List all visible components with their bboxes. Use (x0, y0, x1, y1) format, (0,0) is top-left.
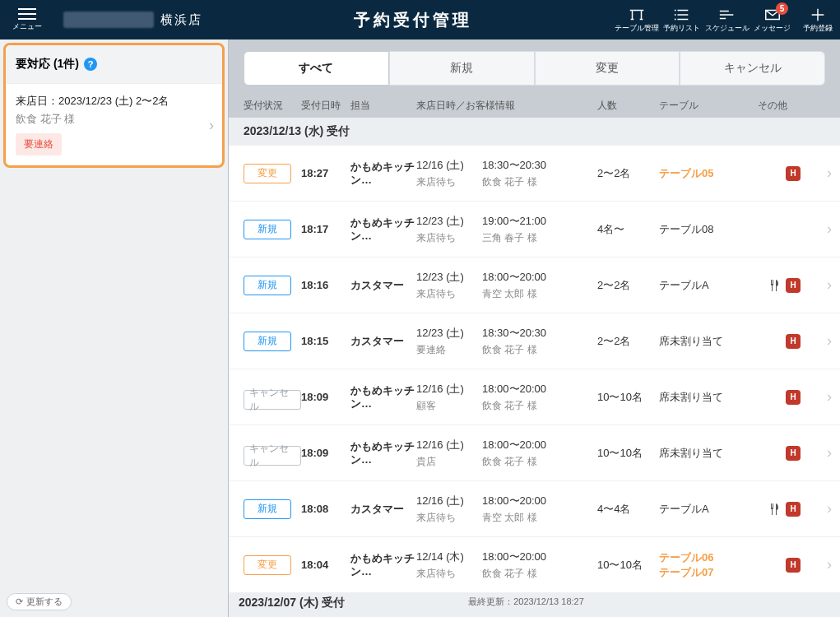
tab-new[interactable]: 新規 (389, 51, 535, 86)
tab-all[interactable]: すべて (244, 51, 389, 86)
staff-name: かもめキッチン… (350, 216, 416, 242)
reservation-row[interactable]: 新規 18:15 カスタマー 12/23 (土)要連絡 18:30〜20:30飲… (229, 313, 840, 369)
staff-name: カスタマー (350, 279, 416, 292)
other-icons: H (758, 166, 825, 181)
accept-time: 18:04 (301, 559, 350, 571)
h-badge-icon: H (786, 502, 801, 517)
accept-time: 18:17 (301, 223, 350, 235)
visit-date-block: 12/16 (土)貴店 (416, 438, 482, 469)
staff-name: かもめキッチン… (350, 440, 416, 466)
time-range-block: 18:00〜20:00飲食 花子 様 (482, 438, 597, 469)
add-reservation-button[interactable]: 予約登録 (795, 0, 840, 39)
reservation-row[interactable]: 新規 18:08 カスタマー 12/16 (土)来店待ち 18:00〜20:00… (229, 481, 840, 537)
col-party: 人数 (597, 99, 659, 113)
other-icons: H (758, 334, 825, 349)
chevron-right-icon: › (827, 556, 832, 573)
cutlery-icon (768, 503, 781, 516)
table-value: テーブルA (659, 502, 758, 517)
other-icons: H (758, 390, 825, 405)
time-range-block: 18:00〜20:00飲食 花子 様 (482, 382, 597, 413)
h-badge-icon: H (786, 558, 801, 573)
party-size: 4名〜 (597, 222, 659, 237)
reservation-row[interactable]: 新規 18:16 カスタマー 12/23 (土)来店待ち 18:00〜20:00… (229, 257, 840, 313)
table-cell: テーブルA (659, 278, 758, 293)
other-icons: H (758, 502, 825, 517)
last-updated-label: 最終更新： (468, 596, 513, 606)
refresh-button[interactable]: ⟳ 更新する (7, 593, 72, 610)
party-size: 2〜2名 (597, 278, 659, 293)
status-pill: 新規 (244, 499, 291, 519)
svg-point-1 (674, 14, 675, 16)
chevron-right-icon: › (827, 444, 832, 462)
table-cell: 席未割り当て (659, 446, 758, 461)
group-label: 2023/12/07 (木) 受付 (239, 596, 345, 610)
table-cell: テーブルA (659, 502, 758, 517)
group-header: 2023/12/13 (水) 受付 (229, 118, 840, 146)
other-icons: H (758, 558, 825, 573)
alert-line2: 飲食 花子 様 (16, 112, 212, 127)
tab-cancel[interactable]: キャンセル (680, 51, 825, 86)
help-icon[interactable]: ? (84, 58, 97, 71)
col-other: その他 (758, 99, 825, 113)
table-value: 席未割り当て (659, 446, 758, 461)
chevron-right-icon: › (827, 332, 832, 350)
icon-label: 予約登録 (803, 24, 833, 34)
visit-date-block: 12/23 (土)来店待ち (416, 214, 482, 245)
refresh-label: 更新する (26, 596, 63, 608)
party-size: 4〜4名 (597, 502, 659, 517)
svg-point-2 (674, 18, 675, 20)
table-value: テーブルA (659, 278, 758, 293)
staff-name: カスタマー (350, 335, 416, 348)
reservation-list[interactable]: 2023/12/13 (水) 受付 変更 18:27 かもめキッチン… 12/1… (229, 118, 840, 592)
reservation-row[interactable]: 新規 18:17 かもめキッチン… 12/23 (土)来店待ち 19:00〜21… (229, 202, 840, 257)
icon-label: テーブル管理 (615, 24, 659, 34)
h-badge-icon: H (786, 334, 801, 349)
h-badge-icon: H (786, 446, 801, 461)
table-manage-button[interactable]: テーブル管理 (614, 0, 659, 39)
hamburger-icon (18, 8, 36, 20)
party-size: 2〜2名 (597, 166, 659, 181)
alert-title: 要対応 (1件) (16, 57, 79, 72)
table-value: テーブル05 (659, 166, 758, 181)
chevron-right-icon: › (209, 116, 214, 133)
status-pill: キャンセル (244, 446, 301, 466)
main-content: すべて 新規 変更 キャンセル 受付状況 受付日時 担当 来店日時／お客様情報 … (229, 39, 840, 617)
footer: 2023/12/07 (木) 受付 最終更新：2023/12/13 18:27 (229, 592, 840, 617)
status-pill: キャンセル (244, 390, 301, 410)
store-selector[interactable]: 横浜店 (53, 0, 212, 39)
alert-header: 要対応 (1件) ? (6, 45, 222, 84)
reservation-list-button[interactable]: 予約リスト (659, 0, 704, 39)
alert-item[interactable]: 来店日：2023/12/23 (土) 2〜2名 飲食 花子 様 要連絡 › (6, 84, 222, 165)
chevron-right-icon: › (827, 220, 832, 238)
icon-label: スケジュール (705, 24, 750, 34)
chevron-right-icon: › (827, 165, 832, 182)
reservation-row[interactable]: 変更 18:27 かもめキッチン… 12/16 (土)来店待ち 18:30〜20… (229, 146, 840, 202)
col-time: 受付日時 (301, 99, 350, 113)
menu-label: メニュー (12, 21, 42, 32)
accept-time: 18:08 (301, 503, 350, 515)
time-range-block: 18:00〜20:00飲食 花子 様 (482, 550, 597, 581)
time-range-block: 18:30〜20:30飲食 花子 様 (482, 158, 597, 189)
reservation-row[interactable]: キャンセル 18:09 かもめキッチン… 12/16 (土)貴店 18:00〜2… (229, 425, 840, 481)
icon-label: 予約リスト (663, 24, 700, 34)
staff-name: かもめキッチン… (350, 384, 416, 410)
cutlery-icon (768, 279, 781, 292)
table-value: 席未割り当て (659, 390, 758, 405)
table-cell: テーブル05 (659, 166, 758, 181)
schedule-button[interactable]: スケジュール (704, 0, 750, 39)
tab-change[interactable]: 変更 (535, 51, 680, 86)
reservation-row[interactable]: 変更 18:04 かもめキッチン… 12/14 (木)来店待ち 18:00〜20… (229, 537, 840, 592)
col-table: テーブル (659, 99, 758, 113)
status-pill: 変更 (244, 555, 291, 575)
plus-icon (809, 7, 827, 23)
schedule-icon (718, 7, 736, 23)
page-title: 予約受付管理 (212, 9, 614, 31)
menu-button[interactable]: メニュー (0, 0, 53, 39)
table-value: テーブル07 (659, 565, 758, 580)
app-header: メニュー 横浜店 予約受付管理 テーブル管理 予約リスト スケジュール 5 (0, 0, 840, 39)
accept-time: 18:09 (301, 447, 350, 459)
table-value: テーブル08 (659, 222, 758, 237)
time-range-block: 18:30〜20:30飲食 花子 様 (482, 326, 597, 357)
reservation-row[interactable]: キャンセル 18:09 かもめキッチン… 12/16 (土)顧客 18:00〜2… (229, 369, 840, 425)
message-button[interactable]: 5 メッセージ (750, 0, 795, 39)
